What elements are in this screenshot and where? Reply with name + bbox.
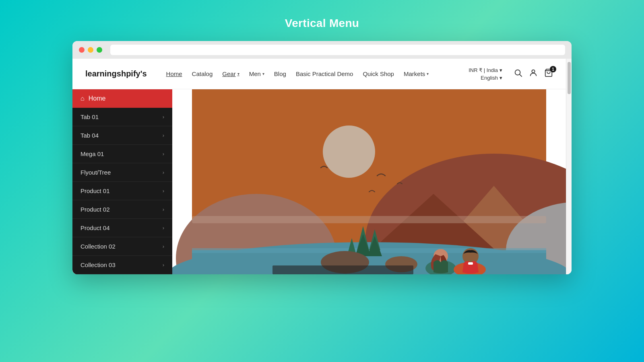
minimize-button[interactable] bbox=[88, 47, 93, 53]
nav-gear[interactable]: Gear ▾ bbox=[222, 70, 239, 77]
sidebar-item-product01[interactable]: Product 01 › bbox=[72, 182, 172, 200]
sidebar-item-flyout-tree[interactable]: Flyout/Tree › bbox=[72, 163, 172, 182]
scrollbar[interactable] bbox=[566, 59, 572, 274]
header-icons: 1 bbox=[514, 68, 553, 79]
chevron-right-icon: › bbox=[163, 114, 164, 120]
markets-chevron-icon: ▾ bbox=[427, 72, 429, 76]
main-area: ⌂ Home Tab 01 › Tab 04 › Mega 01 › bbox=[72, 89, 566, 274]
svg-rect-13 bbox=[192, 216, 546, 223]
gear-chevron-icon: ▾ bbox=[237, 72, 239, 76]
nav-catalog[interactable]: Catalog bbox=[192, 70, 213, 77]
header-right: INR ₹ | India ▾ English ▾ bbox=[469, 67, 502, 81]
chevron-right-icon: › bbox=[163, 262, 164, 268]
nav-men[interactable]: Men ▾ bbox=[249, 70, 264, 77]
browser-content: learningshpify's Home Catalog Gear ▾ Men bbox=[72, 59, 572, 274]
account-icon[interactable] bbox=[529, 68, 538, 79]
hero-area bbox=[172, 89, 566, 274]
currency-selector[interactable]: INR ₹ | India ▾ bbox=[469, 67, 502, 73]
nav-home[interactable]: Home bbox=[166, 70, 182, 77]
store-header: learningshpify's Home Catalog Gear ▾ Men bbox=[72, 59, 566, 89]
sidebar-item-collection02[interactable]: Collection 02 › bbox=[72, 237, 172, 256]
chevron-right-icon: › bbox=[163, 243, 164, 249]
cart-icon[interactable]: 1 bbox=[544, 68, 553, 79]
chevron-right-icon: › bbox=[163, 151, 164, 157]
svg-rect-29 bbox=[272, 265, 413, 274]
title-bar bbox=[72, 41, 572, 59]
chevron-right-icon: › bbox=[163, 132, 164, 138]
nav-blog[interactable]: Blog bbox=[274, 70, 286, 77]
sidebar-item-product04[interactable]: Product 04 › bbox=[72, 219, 172, 237]
store-logo: learningshpify's bbox=[85, 69, 147, 78]
maximize-button[interactable] bbox=[97, 47, 102, 53]
svg-line-1 bbox=[520, 74, 522, 76]
chevron-right-icon: › bbox=[163, 206, 164, 212]
cart-count: 1 bbox=[550, 66, 556, 72]
language-selector[interactable]: English ▾ bbox=[481, 75, 502, 81]
main-nav: Home Catalog Gear ▾ Men ▾ Blog bbox=[166, 70, 459, 77]
nav-quick-shop[interactable]: Quick Shop bbox=[363, 70, 394, 77]
scrollbar-thumb[interactable] bbox=[568, 62, 571, 94]
chevron-right-icon: › bbox=[163, 188, 164, 194]
sidebar-item-home[interactable]: ⌂ Home bbox=[72, 89, 172, 108]
language-chevron-icon: ▾ bbox=[500, 75, 502, 81]
sidebar: ⌂ Home Tab 01 › Tab 04 › Mega 01 › bbox=[72, 89, 172, 274]
svg-point-2 bbox=[532, 70, 535, 73]
svg-point-5 bbox=[323, 125, 375, 178]
close-button[interactable] bbox=[79, 47, 85, 53]
search-icon[interactable] bbox=[514, 68, 522, 79]
sidebar-item-product02[interactable]: Product 02 › bbox=[72, 200, 172, 219]
currency-chevron-icon: ▾ bbox=[500, 67, 502, 73]
header-right-area: INR ₹ | India ▾ English ▾ bbox=[459, 67, 553, 81]
browser-window: learningshpify's Home Catalog Gear ▾ Men bbox=[72, 41, 572, 274]
home-icon: ⌂ bbox=[80, 95, 85, 102]
sidebar-item-tab01[interactable]: Tab 01 › bbox=[72, 108, 172, 126]
nav-basic-practical-demo[interactable]: Basic Practical Demo bbox=[296, 70, 353, 77]
men-chevron-icon: ▾ bbox=[262, 72, 264, 76]
hero-illustration bbox=[172, 89, 566, 274]
sidebar-item-tab04[interactable]: Tab 04 › bbox=[72, 126, 172, 145]
store-content: learningshpify's Home Catalog Gear ▾ Men bbox=[72, 59, 572, 274]
address-bar[interactable] bbox=[110, 45, 565, 55]
chevron-right-icon: › bbox=[163, 225, 164, 231]
page-title: Vertical Menu bbox=[285, 17, 359, 30]
nav-markets[interactable]: Markets ▾ bbox=[404, 70, 429, 77]
sidebar-item-mega01[interactable]: Mega 01 › bbox=[72, 145, 172, 163]
chevron-right-icon: › bbox=[163, 169, 164, 175]
sidebar-item-collection03[interactable]: Collection 03 › bbox=[72, 256, 172, 274]
svg-rect-28 bbox=[468, 262, 473, 265]
